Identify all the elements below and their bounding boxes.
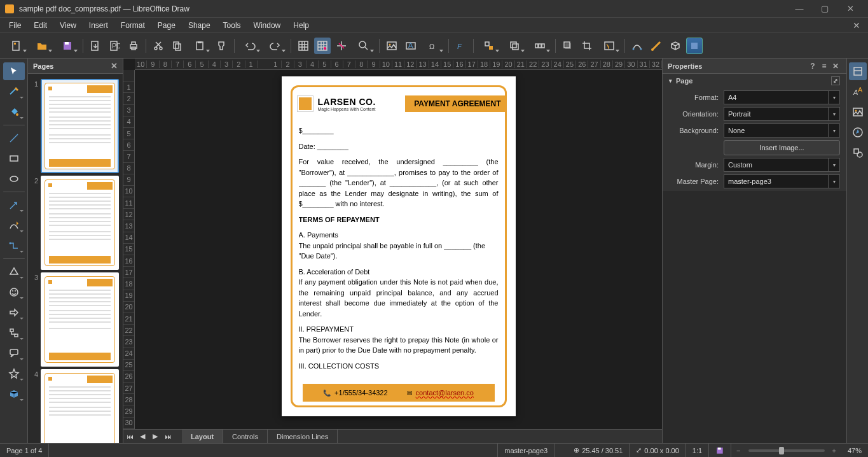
- new-button[interactable]: [5, 38, 28, 54]
- export-button[interactable]: [87, 38, 104, 54]
- menu-file[interactable]: File: [3, 20, 27, 31]
- connector-tool[interactable]: [3, 237, 25, 255]
- ruler-vertical[interactable]: 1234567891011121314151617181920212223242…: [123, 70, 135, 429]
- menu-format[interactable]: Format: [114, 20, 151, 31]
- menu-view[interactable]: View: [53, 20, 83, 31]
- properties-menu-icon[interactable]: ≡: [818, 62, 830, 71]
- symbol-shapes-tool[interactable]: [3, 283, 25, 301]
- show-draw-functions-button[interactable]: [686, 38, 703, 54]
- line-tool[interactable]: [3, 129, 25, 147]
- orientation-select[interactable]: Portrait▾: [724, 107, 840, 121]
- menu-window[interactable]: Window: [247, 20, 287, 31]
- minimize-button[interactable]: —: [787, 0, 812, 18]
- status-zoom[interactable]: 47%: [841, 444, 868, 457]
- helplines-button[interactable]: [333, 38, 350, 54]
- menu-shape[interactable]: Shape: [182, 20, 217, 31]
- pages-panel-close[interactable]: ✕: [111, 61, 118, 71]
- flowchart-tool[interactable]: [3, 324, 25, 342]
- basic-shapes-tool[interactable]: [3, 263, 25, 281]
- zoom-button[interactable]: [352, 38, 375, 54]
- background-select[interactable]: None▾: [724, 123, 840, 137]
- margin-select[interactable]: Custom▾: [724, 158, 840, 172]
- sidebar-properties-icon[interactable]: [849, 62, 867, 80]
- fill-color-tool[interactable]: [3, 103, 25, 121]
- save-button[interactable]: [56, 38, 79, 54]
- insert-textbox-button[interactable]: A: [403, 38, 419, 54]
- page-section-header[interactable]: ▾Page⤢: [665, 74, 844, 88]
- copy-button[interactable]: [169, 38, 186, 54]
- zoom-out-icon[interactable]: −: [734, 447, 743, 454]
- ellipse-tool[interactable]: [3, 170, 25, 188]
- page-thumb-1[interactable]: 1: [32, 79, 119, 173]
- status-scale[interactable]: 1:1: [686, 444, 709, 457]
- sidebar-gallery-icon[interactable]: [849, 103, 867, 121]
- 3d-objects-tool[interactable]: [3, 385, 25, 403]
- points-button[interactable]: [629, 38, 645, 54]
- status-master[interactable]: master-page3: [498, 444, 555, 457]
- maximize-button[interactable]: ▢: [812, 0, 837, 18]
- arrange-button[interactable]: [503, 38, 526, 54]
- status-save-icon[interactable]: [709, 444, 731, 457]
- crop-button[interactable]: [579, 38, 595, 54]
- menu-page[interactable]: Page: [151, 20, 182, 31]
- open-button[interactable]: [31, 38, 53, 54]
- format-select[interactable]: A4▾: [724, 90, 840, 104]
- callout-tool[interactable]: [3, 344, 25, 362]
- line-color-tool[interactable]: [3, 83, 25, 101]
- nav-last[interactable]: ⏭: [162, 430, 174, 444]
- properties-close-icon[interactable]: ✕: [830, 62, 841, 71]
- insert-image-btn[interactable]: Insert Image...: [724, 140, 840, 155]
- zoom-slider[interactable]: [748, 449, 825, 452]
- paste-button[interactable]: [188, 38, 211, 54]
- arrow-tool[interactable]: [3, 196, 25, 214]
- insert-special-char-button[interactable]: Ω: [422, 38, 444, 54]
- menu-edit[interactable]: Edit: [27, 20, 53, 31]
- toggle-extrusion-button[interactable]: [667, 38, 684, 54]
- page-thumb-3[interactable]: 3: [32, 272, 119, 367]
- nav-first[interactable]: ⏮: [123, 430, 136, 444]
- undo-button[interactable]: [238, 38, 261, 54]
- zoom-in-icon[interactable]: +: [830, 447, 839, 454]
- menu-tools[interactable]: Tools: [217, 20, 247, 31]
- print-button[interactable]: [125, 38, 142, 54]
- expand-icon[interactable]: ⤢: [831, 76, 840, 85]
- export-pdf-button[interactable]: PDF: [106, 38, 123, 54]
- nav-prev[interactable]: ◀: [136, 430, 149, 444]
- block-arrows-tool[interactable]: [3, 304, 25, 321]
- ruler-horizontal[interactable]: 1098765432112345678910111213141516171819…: [135, 59, 662, 70]
- filter-button[interactable]: [598, 38, 621, 54]
- pages-list[interactable]: 1 2 3 4: [28, 74, 123, 443]
- rectangle-tool[interactable]: [3, 150, 25, 167]
- cut-button[interactable]: [150, 38, 167, 54]
- snap-grid-button[interactable]: [314, 38, 331, 54]
- grid-button[interactable]: [295, 38, 312, 54]
- canvas[interactable]: LARSEN CO. Magic Happens With Content PA…: [135, 70, 662, 429]
- shadow-button[interactable]: [560, 38, 576, 54]
- sidebar-styles-icon[interactable]: AA: [849, 83, 867, 101]
- menu-insert[interactable]: Insert: [83, 20, 114, 31]
- page-thumb-2[interactable]: 2: [32, 176, 119, 270]
- tab-layout[interactable]: Layout: [182, 430, 223, 444]
- stars-tool[interactable]: [3, 365, 25, 383]
- select-tool[interactable]: [3, 62, 25, 80]
- menu-help[interactable]: Help: [287, 20, 315, 31]
- status-page[interactable]: Page 1 of 4: [0, 444, 49, 457]
- page-thumb-4[interactable]: 4: [32, 369, 119, 443]
- sidebar-navigator-icon[interactable]: [849, 123, 867, 141]
- close-doc-button[interactable]: ✕: [848, 20, 865, 31]
- gluepoints-button[interactable]: [648, 38, 665, 54]
- insert-image-button[interactable]: [383, 38, 400, 54]
- redo-button[interactable]: [264, 38, 287, 54]
- nav-next[interactable]: ▶: [149, 430, 162, 444]
- tab-controls[interactable]: Controls: [223, 430, 268, 444]
- properties-help-icon[interactable]: ?: [807, 62, 818, 71]
- clone-format-button[interactable]: [214, 38, 230, 54]
- distribute-button[interactable]: [528, 38, 551, 54]
- master-page-select[interactable]: master-page3▾: [724, 174, 840, 188]
- close-button[interactable]: ✕: [837, 0, 863, 18]
- fontwork-button[interactable]: F: [453, 38, 469, 54]
- page[interactable]: LARSEN CO. Magic Happens With Content PA…: [282, 76, 516, 416]
- tab-dimension-lines[interactable]: Dimension Lines: [268, 430, 338, 444]
- align-button[interactable]: [478, 38, 500, 54]
- curve-tool[interactable]: [3, 216, 25, 234]
